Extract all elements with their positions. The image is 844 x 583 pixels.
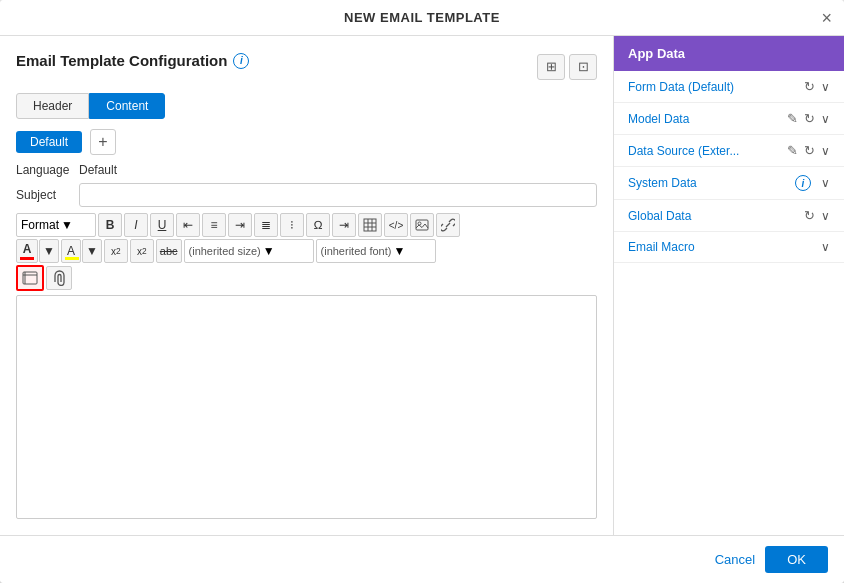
strikethrough-button[interactable]: abc — [156, 239, 182, 263]
view-icon-grid[interactable]: ⊞ — [537, 54, 565, 80]
form-data-chevron-icon: ∨ — [821, 80, 830, 94]
app-data-list: Form Data (Default) ↻ ∨ Model Data ✎ ↻ ∨ — [614, 71, 844, 535]
close-button[interactable]: × — [821, 9, 832, 27]
toolbar-row-3 — [16, 265, 597, 291]
bg-color-button[interactable]: A — [61, 239, 81, 263]
form-data-refresh-icon[interactable]: ↻ — [804, 79, 815, 94]
font-color-dropdown[interactable]: ▼ — [39, 239, 59, 263]
subject-label: Subject — [16, 188, 71, 202]
model-data-icons: ✎ ↻ ∨ — [787, 111, 830, 126]
app-data-item-data-source[interactable]: Data Source (Exter... ✎ ↻ ∨ — [614, 135, 844, 167]
subject-row: Subject — [16, 183, 597, 207]
tab-row: Header Content — [16, 93, 597, 119]
right-panel: App Data Form Data (Default) ↻ ∨ Model D… — [614, 36, 844, 535]
list-ul-button[interactable]: ⁝ — [280, 213, 304, 237]
align-center-button[interactable]: ≡ — [202, 213, 226, 237]
subject-input[interactable] — [79, 183, 597, 207]
tab-header[interactable]: Header — [16, 93, 89, 119]
language-value: Default — [79, 163, 117, 177]
toolbar: Format ▼ B I U ⇤ ≡ ⇥ ≣ ⁝ Ω ⇥ — [16, 213, 597, 291]
model-data-edit-icon[interactable]: ✎ — [787, 111, 798, 126]
default-button[interactable]: Default — [16, 131, 82, 153]
global-data-chevron-icon: ∨ — [821, 209, 830, 223]
underline-button[interactable]: U — [150, 213, 174, 237]
app-data-label-global-data: Global Data — [628, 209, 804, 223]
global-data-icons: ↻ ∨ — [804, 208, 830, 223]
data-source-chevron-icon: ∨ — [821, 144, 830, 158]
justify-button[interactable]: ≣ — [254, 213, 278, 237]
model-data-chevron-icon: ∨ — [821, 112, 830, 126]
attachment-button[interactable] — [46, 266, 72, 290]
app-data-item-global-data[interactable]: Global Data ↻ ∨ — [614, 200, 844, 232]
form-data-icons: ↻ ∨ — [804, 79, 830, 94]
language-label: Language — [16, 163, 71, 177]
data-source-refresh-icon[interactable]: ↻ — [804, 143, 815, 158]
code-button[interactable]: </> — [384, 213, 408, 237]
ok-button[interactable]: OK — [765, 546, 828, 573]
view-icon-list[interactable]: ⊡ — [569, 54, 597, 80]
left-panel: Email Template Configuration i ⊞ ⊡ Heade… — [0, 36, 614, 535]
second-row: Default + — [16, 129, 597, 155]
editor-area[interactable] — [16, 295, 597, 519]
font-dropdown[interactable]: (inherited font) ▼ — [316, 239, 436, 263]
cancel-button[interactable]: Cancel — [715, 552, 755, 567]
italic-button[interactable]: I — [124, 213, 148, 237]
subscript-button[interactable]: x2 — [104, 239, 128, 263]
system-data-info-icon: i — [795, 175, 811, 191]
app-data-label-email-macro: Email Macro — [628, 240, 821, 254]
svg-point-6 — [418, 222, 421, 225]
app-data-item-model-data[interactable]: Model Data ✎ ↻ ∨ — [614, 103, 844, 135]
app-data-label-system-data: System Data — [628, 176, 795, 190]
indent-button[interactable]: ⇥ — [332, 213, 356, 237]
align-left-button[interactable]: ⇤ — [176, 213, 200, 237]
app-data-item-system-data[interactable]: System Data i ∨ — [614, 167, 844, 200]
add-button[interactable]: + — [90, 129, 116, 155]
list-ol-button[interactable]: Ω — [306, 213, 330, 237]
modal-footer: Cancel OK — [0, 535, 844, 583]
app-data-label-model-data: Model Data — [628, 112, 787, 126]
table-button[interactable] — [358, 213, 382, 237]
app-data-label-data-source: Data Source (Exter... — [628, 144, 787, 158]
bg-color-dropdown[interactable]: ▼ — [82, 239, 102, 263]
link-button[interactable] — [436, 213, 460, 237]
email-macro-icons: ∨ — [821, 240, 830, 254]
toolbar-row-1: Format ▼ B I U ⇤ ≡ ⇥ ≣ ⁝ Ω ⇥ — [16, 213, 597, 237]
system-data-icons: i ∨ — [795, 175, 830, 191]
special-icon-1[interactable] — [16, 265, 44, 291]
app-data-item-email-macro[interactable]: Email Macro ∨ — [614, 232, 844, 263]
superscript-button[interactable]: x2 — [130, 239, 154, 263]
email-macro-chevron-icon: ∨ — [821, 240, 830, 254]
image-button[interactable] — [410, 213, 434, 237]
modal-title: NEW EMAIL TEMPLATE — [344, 10, 500, 25]
language-row: Language Default — [16, 163, 597, 177]
system-data-chevron-icon: ∨ — [821, 176, 830, 190]
tab-content[interactable]: Content — [89, 93, 165, 119]
size-dropdown[interactable]: (inherited size) ▼ — [184, 239, 314, 263]
modal-title-bar: NEW EMAIL TEMPLATE × — [0, 0, 844, 36]
panel-heading: Email Template Configuration i — [16, 52, 249, 69]
view-icons: ⊞ ⊡ — [537, 54, 597, 80]
model-data-refresh-icon[interactable]: ↻ — [804, 111, 815, 126]
info-icon: i — [233, 53, 249, 69]
font-color-button[interactable]: A — [16, 239, 38, 263]
bold-button[interactable]: B — [98, 213, 122, 237]
toolbar-row-2: A ▼ A ▼ x2 x2 abc — [16, 239, 597, 263]
svg-rect-0 — [364, 219, 376, 231]
app-data-item-form-data[interactable]: Form Data (Default) ↻ ∨ — [614, 71, 844, 103]
app-data-label-form-data: Form Data (Default) — [628, 80, 804, 94]
align-right-button[interactable]: ⇥ — [228, 213, 252, 237]
format-dropdown[interactable]: Format ▼ — [16, 213, 96, 237]
data-source-icons: ✎ ↻ ∨ — [787, 143, 830, 158]
global-data-refresh-icon[interactable]: ↻ — [804, 208, 815, 223]
data-source-edit-icon[interactable]: ✎ — [787, 143, 798, 158]
app-data-header: App Data — [614, 36, 844, 71]
